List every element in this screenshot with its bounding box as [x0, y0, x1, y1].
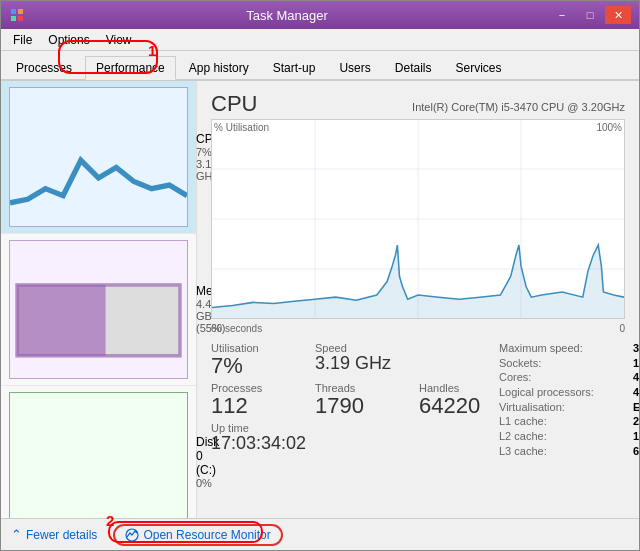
- svg-rect-2: [11, 16, 16, 21]
- window-controls: − □ ✕: [549, 6, 631, 24]
- memory-mini-chart: [9, 240, 188, 380]
- cpu-header: CPU Intel(R) Core(TM) i5-3470 CPU @ 3.20…: [211, 91, 625, 117]
- rs-virt-label: Virtualisation:: [499, 401, 629, 415]
- rs-sockets-value: 1: [633, 357, 639, 371]
- chart-label-utilisation: % Utilisation: [214, 122, 269, 133]
- menu-file[interactable]: File: [5, 31, 40, 49]
- rs-sockets-label: Sockets:: [499, 357, 629, 371]
- stat-processes: Processes 112: [211, 382, 291, 418]
- resource-monitor-icon: [125, 528, 139, 542]
- tab-services[interactable]: Services: [444, 56, 512, 80]
- chevron-up-icon: ⌃: [11, 527, 22, 542]
- stats-row-1: Utilisation 7% Speed 3.19 GHz: [211, 342, 499, 378]
- svg-rect-0: [11, 9, 16, 14]
- rs-l2-value: 1.0 MB: [633, 430, 639, 444]
- rs-logproc-label: Logical processors:: [499, 386, 629, 400]
- rs-l1-value: 256 KB: [633, 415, 639, 429]
- close-button[interactable]: ✕: [605, 6, 631, 24]
- tab-bar: Processes Performance App history Start-…: [1, 51, 639, 81]
- rs-cores-value: 4: [633, 371, 639, 385]
- cpu-title: CPU: [211, 91, 257, 117]
- svg-rect-1: [18, 9, 23, 14]
- sidebar-item-disk[interactable]: Disk 0 (C:) 0%: [1, 386, 196, 518]
- app-icon: [9, 7, 25, 23]
- rs-maxspeed-value: 3.19 GHz: [633, 342, 639, 356]
- fewer-details-button[interactable]: ⌃ Fewer details: [11, 527, 97, 542]
- cpu-model: Intel(R) Core(TM) i5-3470 CPU @ 3.20GHz: [412, 101, 625, 113]
- maximize-button[interactable]: □: [577, 6, 603, 24]
- fewer-details-label: Fewer details: [26, 528, 97, 542]
- stat-handles: Handles 64220: [419, 382, 499, 418]
- rs-l3-value: 6.0 MB: [633, 445, 639, 459]
- sidebar-item-cpu[interactable]: CPU 7% 3.19 GHz: [1, 81, 196, 234]
- open-resource-monitor-button[interactable]: Open Resource Monitor: [113, 524, 282, 546]
- window-title: Task Manager: [25, 8, 549, 23]
- menu-options[interactable]: Options: [40, 31, 97, 49]
- tab-details[interactable]: Details: [384, 56, 443, 80]
- tab-users[interactable]: Users: [328, 56, 381, 80]
- disk-mini-chart: [9, 392, 188, 518]
- chart-time-end: 0: [619, 323, 625, 334]
- rs-l2-label: L2 cache:: [499, 430, 629, 444]
- chart-time-bar: 60 seconds 0: [211, 323, 625, 334]
- bottom-bar: ⌃ Fewer details Open Resource Monitor: [1, 518, 639, 550]
- sidebar-item-memory[interactable]: Memory 4.4/8.0 GB (55%): [1, 234, 196, 387]
- chart-time-label: 60 seconds: [211, 323, 262, 334]
- stat-uptime: Up time 17:03:34:02: [211, 422, 306, 454]
- right-stats: Maximum speed: 3.19 GHz Sockets: 1 Cores…: [499, 342, 639, 458]
- cpu-chart: % Utilisation 100%: [211, 119, 625, 319]
- tab-startup[interactable]: Start-up: [262, 56, 327, 80]
- sidebar: CPU 7% 3.19 GHz Memory 4.4/8.0 GB (55%): [1, 81, 197, 518]
- rs-cores-label: Cores:: [499, 371, 629, 385]
- title-bar: Task Manager − □ ✕: [1, 1, 639, 29]
- open-resource-label: Open Resource Monitor: [143, 528, 270, 542]
- stats-area: Utilisation 7% Speed 3.19 GHz Processes …: [211, 342, 625, 458]
- stats-row-2: Processes 112 Threads 1790 Handles 64220: [211, 382, 499, 418]
- menu-view[interactable]: View: [98, 31, 140, 49]
- cpu-chart-svg: [212, 120, 624, 318]
- left-stats: Utilisation 7% Speed 3.19 GHz Processes …: [211, 342, 499, 458]
- menu-bar: File Options View: [1, 29, 639, 51]
- tab-performance[interactable]: Performance: [85, 56, 176, 80]
- stat-utilisation: Utilisation 7%: [211, 342, 291, 378]
- cpu-mini-chart: [9, 87, 188, 227]
- minimize-button[interactable]: −: [549, 6, 575, 24]
- rs-l1-label: L1 cache:: [499, 415, 629, 429]
- content-area: CPU 7% 3.19 GHz Memory 4.4/8.0 GB (55%): [1, 81, 639, 518]
- rs-maxspeed-label: Maximum speed:: [499, 342, 629, 356]
- tab-processes[interactable]: Processes: [5, 56, 83, 80]
- main-panel: CPU Intel(R) Core(TM) i5-3470 CPU @ 3.20…: [197, 81, 639, 518]
- stat-threads: Threads 1790: [315, 382, 395, 418]
- svg-rect-3: [18, 16, 23, 21]
- rs-logproc-value: 4: [633, 386, 639, 400]
- stat-speed: Speed 3.19 GHz: [315, 342, 395, 378]
- chart-label-max: 100%: [596, 122, 622, 133]
- rs-virt-value: Enabled: [633, 401, 639, 415]
- svg-rect-5: [17, 284, 106, 355]
- stats-row-3: Up time 17:03:34:02: [211, 422, 499, 454]
- rs-l3-label: L3 cache:: [499, 445, 629, 459]
- tab-apphistory[interactable]: App history: [178, 56, 260, 80]
